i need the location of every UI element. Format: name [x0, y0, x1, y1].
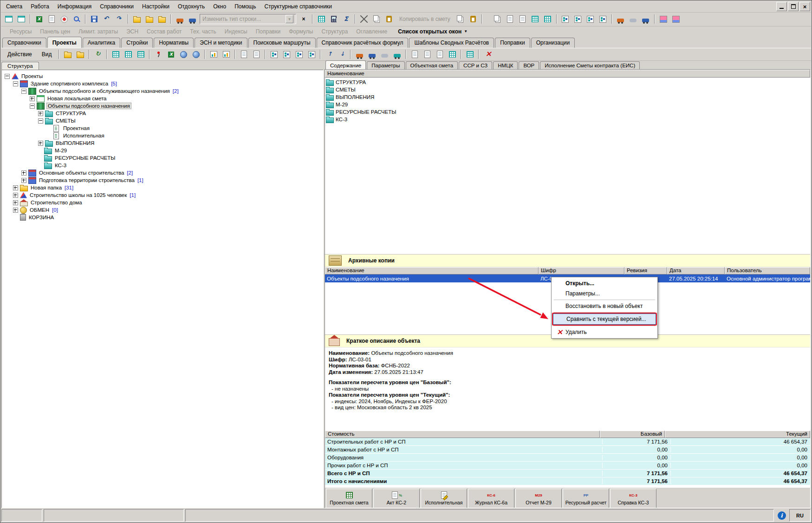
tree-node-new-local-estimate[interactable]: Новая локальная смета [3, 95, 322, 102]
tree-node-design[interactable]: Проектная [3, 124, 322, 132]
view-menu[interactable]: Вид [37, 50, 57, 59]
tab-soderzhanie[interactable]: Содержание [325, 60, 366, 69]
tree-node-auxiliary-objects[interactable]: Объекты подсобного и обслуживающего назн… [3, 87, 322, 95]
tree-expander-icon[interactable] [38, 141, 43, 146]
report-m29-button[interactable]: М29 Отчет М-29 [515, 489, 562, 508]
list-item[interactable]: СТРУКТУРА [326, 78, 366, 86]
analytics-chart-icon[interactable] [208, 48, 220, 60]
resources-icon[interactable] [615, 13, 627, 25]
tree-node-house[interactable]: Строительство дома [3, 199, 322, 206]
add-object-icon[interactable] [143, 13, 156, 25]
tree-expander-icon[interactable] [38, 111, 43, 116]
project-estimate-button[interactable]: Проектная смета [326, 489, 372, 508]
acts-icon[interactable] [446, 48, 458, 60]
tab-proekty[interactable]: Проекты [47, 37, 82, 48]
overheads-icon[interactable] [627, 13, 639, 25]
crane-icon[interactable] [378, 48, 390, 60]
doc-transfer-icon[interactable] [238, 48, 250, 60]
clear-row-type-icon[interactable]: × [298, 13, 310, 25]
tree-node-new-folder[interactable]: Новая папка [31] [3, 184, 322, 191]
tab-nmck[interactable]: НМЦК [493, 61, 518, 69]
templates-icon[interactable] [529, 13, 541, 25]
list-item[interactable]: КС-3 [326, 116, 347, 123]
internet-icon[interactable] [190, 48, 202, 60]
tab-analitika[interactable]: Аналитика [83, 38, 120, 48]
chart2-icon[interactable] [220, 48, 232, 60]
column-user[interactable]: Пользователь [725, 267, 810, 275]
clipboard-icon[interactable] [467, 13, 479, 25]
tab-ssr-sz[interactable]: ССР и СЗ [459, 61, 492, 69]
structure-move-icon[interactable] [15, 13, 27, 25]
mixer-icon[interactable] [353, 48, 365, 60]
tree-node-estimates[interactable]: СМЕТЫ [3, 117, 322, 124]
list-item[interactable]: РЕСУРСНЫЕ РАСЧЕТЫ [326, 108, 396, 116]
pf-icon[interactable] [434, 48, 446, 60]
excel-export-icon[interactable] [33, 13, 45, 25]
redo-icon[interactable] [113, 13, 125, 25]
tab-vor[interactable]: ВОР [519, 61, 539, 69]
tree-node-executions[interactable]: ВЫПОЛНЕНИЯ [3, 139, 322, 147]
executive-button[interactable]: Исполнительная [421, 489, 467, 508]
list-item[interactable]: М-29 [326, 101, 348, 108]
sort-az-icon[interactable] [293, 48, 305, 60]
tab-spravochnik-formul[interactable]: Справочник расчётных формул [317, 38, 409, 48]
calculator-icon[interactable] [328, 13, 340, 25]
pf-doc-icon[interactable] [517, 13, 529, 25]
tree-node-main-objects[interactable]: Основные объекты строительства [2] [3, 169, 322, 177]
excel-icon[interactable] [165, 48, 177, 60]
align-left-icon[interactable] [585, 13, 597, 25]
resource-calc-button[interactable]: РР Ресурсный расчет [563, 489, 609, 508]
copy-icon[interactable] [370, 13, 383, 25]
column-revision[interactable]: Ревизия [624, 267, 667, 275]
menu-nastroyki[interactable]: Настройки [138, 2, 174, 11]
tab-parametry[interactable]: Параметры [367, 61, 404, 69]
structure-sort-icon[interactable] [3, 13, 15, 25]
menu-informatsiya[interactable]: Информация [53, 2, 96, 11]
close-panel-button[interactable] [481, 48, 494, 60]
tree-expander-icon[interactable] [21, 178, 26, 183]
forklift-icon[interactable] [391, 48, 403, 60]
move-up-icon[interactable] [323, 48, 335, 60]
tab-structure[interactable]: Структура [1, 62, 39, 70]
minimize-button[interactable] [776, 2, 787, 11]
doc-cancel-icon[interactable] [250, 48, 262, 60]
tree-node-school[interactable]: Строительство школы на 1025 человек [1] [3, 191, 322, 199]
expand-all-icon[interactable] [268, 48, 280, 60]
tab-organizatsii[interactable]: Организации [531, 38, 575, 48]
language-indicator[interactable]: RU [789, 509, 811, 522]
tab-esn-metodiki[interactable]: ЭСН и методики [195, 38, 247, 48]
transport-icon[interactable] [174, 13, 186, 25]
m29-report-icon[interactable] [409, 48, 421, 60]
columns-icon[interactable] [464, 48, 476, 60]
level-lower-icon[interactable] [572, 13, 584, 25]
context-menu-restore[interactable]: Восстановить в новый объект [552, 301, 656, 311]
list-item[interactable]: ВЫПОЛНЕНИЯ [326, 93, 374, 101]
tree-expander-icon[interactable] [13, 81, 18, 86]
tree-node-m29[interactable]: М-29 [3, 147, 322, 154]
collapse-all-icon[interactable] [280, 48, 292, 60]
context-menu-open[interactable]: Открыть... [552, 278, 656, 288]
undo-icon[interactable] [101, 13, 113, 25]
templates2-icon[interactable] [542, 13, 554, 25]
details-icon[interactable] [135, 48, 147, 60]
certificate-ks3-button[interactable]: КС-3 Справка КС-3 [610, 489, 656, 508]
tree-node-projects[interactable]: Проекты [3, 72, 322, 80]
tree-expander-icon[interactable] [30, 96, 35, 101]
move-down-icon[interactable] [336, 48, 348, 60]
close-button[interactable]: × [799, 2, 810, 11]
menu-rabota[interactable]: Работа [26, 2, 53, 11]
column-name[interactable]: Наименование [325, 267, 539, 275]
open-windows-button[interactable]: Список открытых окон ▼ [391, 27, 470, 36]
machines-icon[interactable] [186, 13, 198, 25]
tree-expander-icon[interactable] [38, 118, 43, 124]
tree-expander-icon[interactable] [13, 193, 18, 198]
save-icon[interactable] [88, 13, 100, 25]
layers2-icon[interactable] [670, 13, 682, 25]
list-item[interactable]: СМЕТЫ [326, 86, 356, 93]
context-menu-compare[interactable]: Сравнить с текущей версией... [553, 314, 656, 325]
tree-node-structure[interactable]: СТРУКТУРА [3, 110, 322, 117]
tree-node-executive[interactable]: Исполнительная [3, 132, 322, 139]
tab-ispolnenie-eis[interactable]: Исполнение Сметы контракта (ЕИС) [540, 61, 640, 69]
align-right-icon[interactable] [597, 13, 609, 25]
tree-node-ks3[interactable]: КС-3 [3, 162, 322, 169]
